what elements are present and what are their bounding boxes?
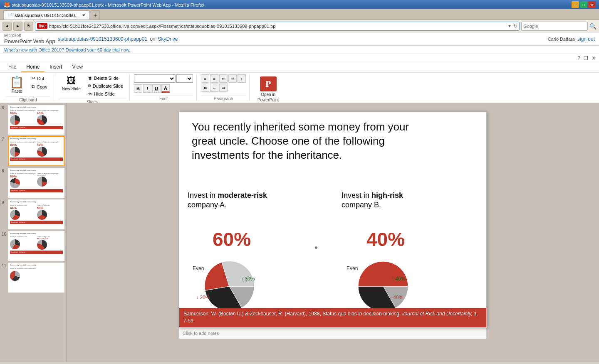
pie-a-even-label: Even xyxy=(193,266,204,271)
pie-b-up-label: ↑ 40% xyxy=(391,276,405,282)
slide-num-7: 7 xyxy=(2,136,7,142)
refresh-button[interactable]: ↻ xyxy=(24,22,33,31)
tab-file[interactable]: File xyxy=(3,62,21,72)
title-line1: You recently inherited some money from y… xyxy=(192,121,409,133)
minimize-button[interactable]: – xyxy=(572,1,579,8)
slide-canvas[interactable]: You recently inherited some money from y… xyxy=(179,111,487,327)
tab-home[interactable]: Home xyxy=(21,62,45,72)
cut-copy-col: ✂ Cut ⧉ Copy xyxy=(29,74,50,91)
bold-button[interactable]: B xyxy=(134,84,142,93)
trial-link[interactable]: What's new with Office 2010? Download yo… xyxy=(4,47,130,52)
tab-insert[interactable]: Insert xyxy=(45,62,67,72)
align-left-button[interactable]: ⬅ xyxy=(201,84,209,92)
new-slide-icon: 🖼 xyxy=(67,76,76,86)
slide-thumb-8[interactable]: You recently inherited some money... Inv… xyxy=(8,168,64,198)
close-app-icon[interactable]: ✕ xyxy=(592,55,596,61)
slide-item-7[interactable]: 7 You recently inherited some money... I… xyxy=(2,136,64,166)
slide-thumb-10[interactable]: You recently inherited some money... Inv… xyxy=(8,231,64,261)
tab-view[interactable]: View xyxy=(67,62,88,72)
hide-icon: 👁 xyxy=(88,92,92,96)
align-buttons-row: ⬅ ↔ ➡ xyxy=(201,84,228,92)
copy-button[interactable]: ⧉ Copy xyxy=(29,83,50,91)
slide-item-11[interactable]: 11 You recently inherited some money... … xyxy=(2,263,64,293)
percent-a: 60% xyxy=(213,228,251,251)
duplicate-slide-button[interactable]: ⧉ Duplicate Slide xyxy=(85,82,126,90)
font-group: B I U A Font xyxy=(131,74,197,101)
increase-indent-button[interactable]: ⇥ xyxy=(228,74,237,83)
paragraph-group-label: Paragraph xyxy=(201,95,246,101)
forward-button[interactable]: ► xyxy=(13,22,22,31)
title-line3: investments for the inheritance. xyxy=(192,149,342,161)
ribbon-content: 📋 Paste ✂ Cut ⧉ Copy Clipboard xyxy=(0,73,599,103)
slide-thumb-9[interactable]: You recently inherited some money... Inv… xyxy=(8,199,64,229)
numbered-list-button[interactable]: ≡ xyxy=(210,74,218,83)
slide-num-9: 9 xyxy=(2,199,7,205)
slide-item-8[interactable]: 8 You recently inherited some money... I… xyxy=(2,168,64,198)
delete-label: Delete Slide xyxy=(94,76,119,81)
paste-label: Paste xyxy=(12,89,22,93)
slide-thumb-11[interactable]: You recently inherited some money... Inv… xyxy=(8,263,64,293)
slide-item-6[interactable]: 6 You recently inherited some money... I… xyxy=(2,105,64,135)
titlebar: 🦊 statusquobias-091015133609-phpapp01.pp… xyxy=(0,0,599,9)
slide-thumb-6[interactable]: You recently inherited some money... Inv… xyxy=(8,105,64,135)
browser-tab-active[interactable]: 📄 statusquobias-091015133360... ✕ xyxy=(3,10,90,20)
restore-icon[interactable]: ❐ xyxy=(584,55,588,61)
close-button[interactable]: ✕ xyxy=(588,1,596,8)
main-area: 6 You recently inherited some money... I… xyxy=(0,103,599,362)
invest-a-pre: Invest in xyxy=(188,191,218,199)
underline-button[interactable]: U xyxy=(152,84,161,93)
invest-a-line2: company A. xyxy=(188,201,227,209)
invest-b-pre: Invest in xyxy=(342,191,371,199)
search-icon[interactable]: 🔍 xyxy=(589,23,597,30)
bullet-list-button[interactable]: ≡ xyxy=(201,74,209,83)
slide-num-11: 11 xyxy=(2,263,7,268)
slide-item-10[interactable]: 10 You recently inherited some money... … xyxy=(2,231,64,261)
hide-slide-button[interactable]: 👁 Hide Slide xyxy=(85,90,126,98)
tab-close-icon[interactable]: ✕ xyxy=(82,13,85,17)
tab-label: statusquobias-091015133360... xyxy=(15,13,79,18)
slide-thumb-7[interactable]: You recently inherited some money... Inv… xyxy=(8,136,64,166)
back-button[interactable]: ◄ xyxy=(2,22,12,31)
signout-link[interactable]: sign out xyxy=(577,36,595,42)
clipboard-group-content: 📋 Paste ✂ Cut ⧉ Copy xyxy=(6,74,50,96)
new-tab-button[interactable]: + xyxy=(91,10,100,20)
url-dropdown-icon[interactable]: ▼ xyxy=(507,24,512,28)
font-color-button[interactable]: A xyxy=(161,84,170,93)
slide-panel: 6 You recently inherited some money... I… xyxy=(0,103,67,362)
new-slide-button[interactable]: 🖼 New Slide xyxy=(58,74,84,93)
citation-end: 7-59. xyxy=(183,318,195,324)
list-buttons-row: ≡ ≡ ⇤ ⇥ ↕ xyxy=(201,74,246,83)
paste-icon: 📋 xyxy=(10,76,24,88)
pie-a-up-label: ↑ 30% xyxy=(241,276,255,282)
paste-button[interactable]: 📋 Paste xyxy=(6,74,28,96)
powerpoint-icon: P xyxy=(260,76,277,91)
office-group-content: P Open in PowerPoint xyxy=(254,74,282,104)
cut-button[interactable]: ✂ Cut xyxy=(29,74,50,82)
search-input[interactable] xyxy=(521,22,588,31)
canvas-area: You recently inherited some money from y… xyxy=(67,103,599,362)
ribbon-tabs: File Home Insert View xyxy=(0,62,599,73)
decrease-indent-button[interactable]: ⇤ xyxy=(219,74,228,83)
font-size-select[interactable] xyxy=(176,74,193,83)
delete-slide-button[interactable]: 🗑 Delete Slide xyxy=(85,74,126,82)
italic-button[interactable]: I xyxy=(143,84,151,93)
slide-item-9[interactable]: 9 You recently inherited some money... I… xyxy=(2,199,64,229)
document-link[interactable]: statusquobias-091015133609-phpapp01 xyxy=(58,36,148,42)
open-in-powerpoint-button[interactable]: P Open in PowerPoint xyxy=(254,74,282,104)
help-icon[interactable]: ? xyxy=(577,55,580,61)
slide-num-10: 10 xyxy=(2,231,7,236)
align-right-button[interactable]: ➡ xyxy=(219,84,228,92)
pie-a-down-label: ↓ 20% xyxy=(196,295,210,300)
app-name: PowerPoint Web App xyxy=(4,38,55,45)
invest-b-text: Invest in high-risk company B. xyxy=(342,191,403,210)
paragraph-group-content: ≡ ≡ ⇤ ⇥ ↕ ⬅ ↔ ➡ xyxy=(201,74,246,94)
url-bar[interactable]: live https://cid-51b11fce2c227530.office… xyxy=(35,22,520,31)
ribbon: File Home Insert View 📋 Paste ✂ Cut ⧉ xyxy=(0,62,599,103)
font-family-select[interactable] xyxy=(134,74,176,83)
notes-bar[interactable]: Click to add notes xyxy=(179,327,487,339)
align-center-button[interactable]: ↔ xyxy=(210,84,218,92)
line-spacing-button[interactable]: ↕ xyxy=(238,74,246,83)
maximize-button[interactable]: □ xyxy=(580,1,587,8)
skydrive-link[interactable]: SkyDrive xyxy=(158,36,178,42)
reload-icon[interactable]: ↻ xyxy=(513,23,517,29)
